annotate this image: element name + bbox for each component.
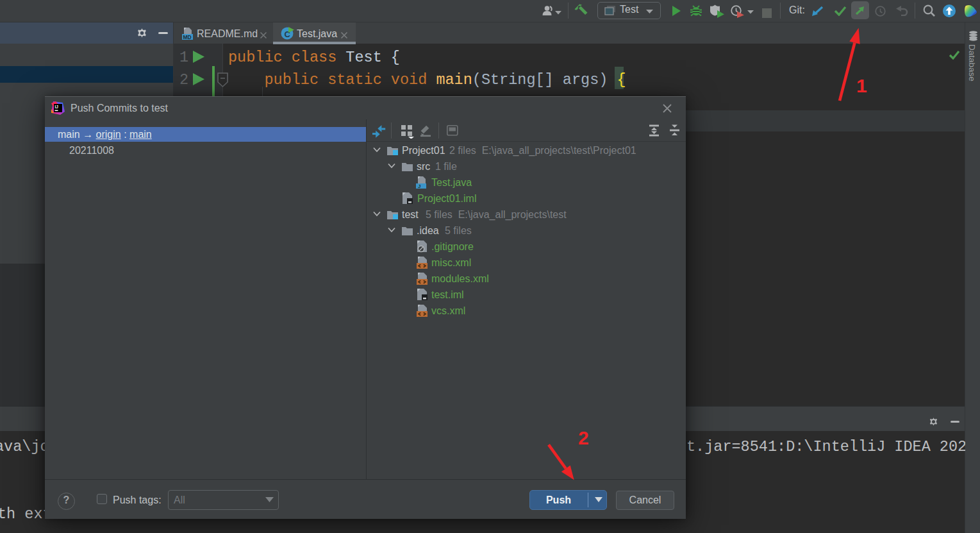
svg-text:MD: MD <box>183 34 192 40</box>
svg-text:IJ: IJ <box>55 105 59 109</box>
svg-text:J: J <box>418 183 420 189</box>
